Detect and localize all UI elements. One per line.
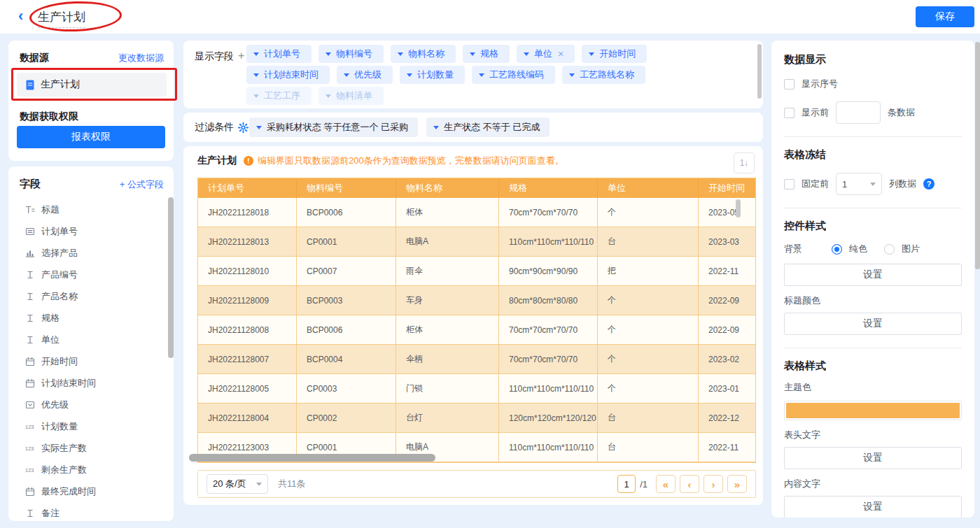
tag-label: 计划单号	[264, 48, 300, 60]
cell: 个	[598, 315, 699, 344]
field-item[interactable]: 单位	[15, 329, 161, 350]
display-field-tag-disabled[interactable]: 物料清单	[318, 87, 384, 105]
chevron-down-icon	[870, 183, 876, 189]
field-item[interactable]: 最终完成时间	[15, 480, 161, 502]
change-datasource-link[interactable]: 更改数据源	[118, 52, 164, 64]
field-item[interactable]: 123剩余生产数	[15, 459, 161, 480]
field-item[interactable]: 备注	[15, 502, 161, 521]
filter-condition-tag[interactable]: 生产状态 不等于 已完成	[426, 117, 550, 137]
show-first-checkbox[interactable]	[784, 108, 794, 118]
display-field-tag[interactable]: 物料名称	[391, 45, 456, 63]
column-header[interactable]: 物料编号	[297, 178, 396, 198]
condition-text: 采购耗材状态 等于任意一个 已采购	[267, 121, 408, 134]
theme-color-swatch[interactable]	[784, 401, 962, 420]
field-item[interactable]: 产品编号	[15, 264, 161, 285]
field-item[interactable]: 标题	[15, 199, 161, 220]
column-header[interactable]: 物料名称	[396, 178, 499, 198]
first-page-button[interactable]: «	[656, 475, 676, 493]
image-radio[interactable]	[884, 244, 895, 255]
close-icon[interactable]: ×	[558, 49, 564, 59]
display-fields-scrollbar[interactable]	[757, 44, 762, 99]
table-row[interactable]: JH20221128013CP0001电脑A110cm*110cm*110/11…	[198, 227, 756, 257]
display-field-tag-disabled[interactable]: 工艺工序	[246, 87, 312, 105]
gear-icon[interactable]	[238, 122, 248, 133]
field-label: 单位	[41, 334, 59, 346]
title-color-set-button[interactable]: 设置	[784, 313, 962, 335]
column-header[interactable]: 单位	[598, 178, 699, 198]
fields-scrollbar[interactable]	[168, 197, 174, 358]
filter-condition-tag[interactable]: 采购耗材状态 等于任意一个 已采购	[249, 117, 418, 137]
cell: 80cm*80cm*80/80	[499, 286, 598, 315]
field-item[interactable]: 123计划数量	[15, 415, 161, 437]
header-text-set-button[interactable]: 设置	[784, 447, 962, 469]
prev-page-button[interactable]: ‹	[680, 475, 699, 493]
svg-text:123: 123	[25, 467, 34, 473]
settings-panel: 数据显示 显示序号 显示前 条数据 表格冻结 固定前 1 列数据 ? 控件样式 …	[771, 41, 974, 518]
show-serial-checkbox[interactable]	[784, 79, 794, 90]
divider	[784, 348, 962, 348]
pagination-bar: 20 条/页 共11条 1 /1 « ‹ › »	[197, 470, 756, 498]
sort-icon[interactable]	[685, 182, 691, 194]
display-field-tag[interactable]: 优先级	[337, 66, 393, 84]
table-row[interactable]: JH20221128004CP0002台灯120cm*120cm*120/120…	[198, 404, 756, 433]
display-field-tag[interactable]: 工艺路线编码	[472, 66, 555, 84]
back-icon[interactable]: ‹	[18, 8, 23, 24]
last-page-button[interactable]: »	[727, 475, 747, 493]
field-item[interactable]: 开始时间	[15, 350, 161, 372]
row-limit-input[interactable]	[836, 101, 881, 124]
page-number-input[interactable]: 1	[617, 475, 636, 493]
table-horizontal-scrollbar[interactable]	[189, 454, 435, 462]
table-row[interactable]: JH20221128010CP0007雨伞90cm*90cm*90/90把202…	[198, 257, 756, 286]
solid-color-radio[interactable]	[832, 244, 842, 255]
display-field-tag[interactable]: 计划数量	[400, 66, 465, 84]
display-field-tag[interactable]: 单位×	[517, 45, 575, 63]
content-text-set-button[interactable]: 设置	[784, 496, 962, 518]
table-row[interactable]: JH20221128018BCP0006柜体70cm*70cm*70/70个20…	[198, 198, 756, 227]
cell: 2023-03	[699, 227, 756, 256]
column-header[interactable]: 计划单号	[198, 178, 297, 198]
page-size-select[interactable]: 20 条/页	[206, 474, 268, 494]
field-item[interactable]: 计划单号	[15, 220, 161, 242]
table-row[interactable]: JH20221128009BCP0003车身80cm*80cm*80/80个20…	[198, 286, 756, 315]
sort-icon[interactable]	[584, 182, 590, 194]
table-row[interactable]: JH20221128008BCP0006柜体70cm*70cm*70/70个20…	[198, 315, 756, 345]
cell: 70cm*70cm*70/70	[499, 315, 598, 344]
field-item[interactable]: 计划结束时间	[15, 372, 161, 394]
field-item[interactable]: 选择产品	[15, 242, 161, 264]
column-header[interactable]: 规格	[499, 178, 598, 198]
fields-title: 字段	[20, 178, 41, 191]
page-title: 生产计划	[38, 9, 85, 28]
field-item[interactable]: 产品名称	[15, 285, 161, 307]
table-row[interactable]: JH20221128005CP0003门锁110cm*110cm*110/110…	[198, 374, 756, 404]
fix-columns-checkbox[interactable]	[784, 179, 794, 190]
display-field-tag[interactable]: 规格	[463, 45, 510, 63]
add-field-icon[interactable]: +	[238, 50, 244, 62]
report-permission-button[interactable]: 报表权限	[17, 126, 165, 148]
column-header[interactable]: 开始时间	[699, 178, 756, 198]
help-icon[interactable]: ?	[923, 178, 934, 190]
sort-icon[interactable]	[383, 182, 388, 194]
table-vertical-scrollbar[interactable]	[736, 199, 741, 217]
next-page-button[interactable]: ›	[704, 475, 723, 493]
field-item[interactable]: 优先级	[15, 394, 161, 415]
display-field-tag[interactable]: 开始时间	[582, 45, 647, 63]
sort-order-tool-icon[interactable]: 1↓	[734, 152, 755, 173]
table-row[interactable]: JH20221128007BCP0004伞柄70cm*70cm*70/70个20…	[198, 345, 756, 374]
field-item[interactable]: 规格	[15, 307, 161, 329]
sort-icon[interactable]	[284, 182, 289, 194]
display-field-tag[interactable]: 计划结束时间	[246, 66, 330, 84]
fix-columns-select[interactable]: 1	[836, 173, 882, 195]
datasource-item[interactable]: 生产计划	[17, 73, 167, 97]
display-field-tag[interactable]: 计划单号	[246, 45, 312, 63]
display-field-tag[interactable]: 物料编号	[318, 45, 384, 63]
save-button[interactable]: 保存	[916, 6, 974, 27]
sort-icon[interactable]	[486, 182, 491, 194]
field-label: 最终完成时间	[41, 485, 96, 498]
tag-label: 工艺工序	[264, 90, 300, 102]
page-scrollbar[interactable]	[975, 42, 980, 269]
divider	[784, 208, 962, 208]
add-formula-field-link[interactable]: + 公式字段	[120, 178, 164, 191]
background-set-button[interactable]: 设置	[784, 264, 962, 286]
display-field-tag[interactable]: 工艺路线名称	[562, 66, 645, 84]
field-item[interactable]: 123实际生产数	[15, 437, 161, 459]
